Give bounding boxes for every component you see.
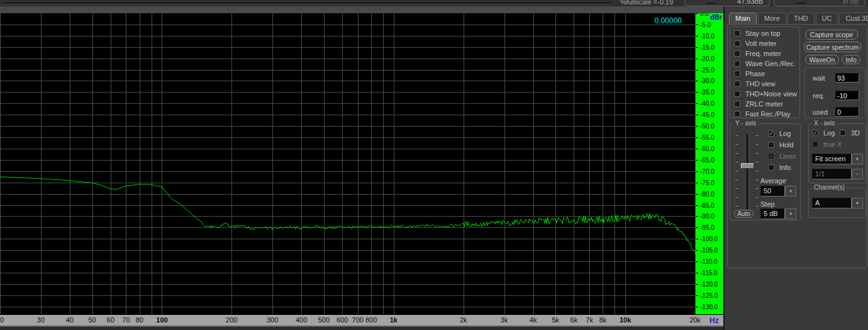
checkbox-row-info[interactable]: Info [764, 162, 796, 173]
checkbox-thd-noise-view[interactable] [734, 91, 740, 97]
checkbox-lines[interactable]: ✓ [768, 153, 774, 159]
chevron-down-icon[interactable]: ▼ [852, 154, 863, 164]
cursor-readout: 0.00000 [655, 16, 682, 25]
wait-field[interactable] [835, 73, 859, 82]
checkbox-row-stay-on-top[interactable]: Stay on top [730, 28, 799, 38]
checkbox-fast-rec-play[interactable] [734, 111, 740, 117]
db-tick-label: -125.0 [700, 292, 718, 299]
fullscale-readout: %fullscale =-0.19 [620, 0, 673, 6]
level-readout-box: 47.93dB [684, 0, 770, 6]
freq-tick-label-1k: 1k [362, 316, 425, 324]
checkbox-thd-view[interactable] [734, 81, 740, 87]
tab-uc[interactable]: UC [816, 13, 838, 24]
capture-spectrum-button[interactable]: Capture spectrum [804, 42, 861, 52]
db-tick-label: -80.0 [700, 191, 715, 198]
db-tick [696, 183, 698, 183]
fit-screen-dropdown[interactable]: Fit screen ▼ [812, 154, 863, 164]
panel-tabs: MainMoreTHDUCCust.3D [729, 13, 868, 25]
used-label: used [813, 108, 828, 116]
used-field[interactable] [835, 107, 859, 117]
channel-value[interactable]: A [812, 198, 852, 208]
db-tick-label: -100.0 [700, 236, 718, 242]
checkbox-row-thd-view[interactable]: THD view [730, 79, 799, 89]
ratio-value[interactable]: 1/1 [812, 169, 852, 179]
checkbox-row-lines[interactable]: ✓Lines [764, 151, 796, 162]
checkbox-label-thd-view: THD view [745, 80, 776, 88]
checkbox-row-freq-meter[interactable]: Freq. meter [730, 48, 799, 59]
db-tick [696, 239, 698, 239]
checkbox-row-hold[interactable]: Hold [764, 139, 796, 151]
meters-checkbox-group: Stay on topVolt meterFreq. meterWave Gen… [730, 26, 800, 118]
wait-label: wait [813, 74, 825, 82]
y-scale-slider-handle[interactable] [741, 163, 754, 169]
step-dropdown[interactable]: 5 dB ▼ [760, 208, 796, 219]
checkbox-wave-gen-rec[interactable] [734, 60, 740, 67]
capture-scope-button[interactable]: Capture scope [805, 30, 858, 40]
checkbox-row-3d[interactable]: 3D [837, 128, 860, 138]
db-tick-label: -70.0 [700, 168, 715, 175]
db-tick [696, 81, 698, 81]
average-value[interactable]: 50 [760, 186, 785, 196]
slider-tick [755, 162, 759, 162]
db-tick [696, 194, 698, 195]
wave-on-button[interactable]: WaveOn [805, 55, 839, 64]
tab-more[interactable]: More [758, 13, 786, 24]
checkbox-row-fast-rec-play[interactable]: Fast Rec./Play [730, 109, 799, 119]
tab-cust-3d[interactable]: Cust.3D [839, 13, 868, 24]
chevron-down-icon[interactable]: ▼ [852, 169, 863, 179]
checkbox-log[interactable]: ✓ [768, 130, 774, 137]
slider-tick [755, 197, 759, 198]
y-unit-label: dBr [710, 13, 722, 21]
db-tick-label: -5.0 [700, 21, 711, 28]
channel-dropdown[interactable]: A ▼ [812, 198, 863, 208]
checkbox-freq-meter[interactable] [734, 50, 740, 57]
slider-tick [735, 188, 738, 189]
checkbox-row-volt-meter[interactable]: Volt meter [730, 38, 799, 48]
slider-tick [755, 153, 759, 154]
db-tick [696, 92, 698, 93]
checkbox-row-zrlc-meter[interactable]: ZRLC meter [730, 99, 799, 109]
db-tick-label: -15.0 [700, 44, 715, 51]
checkbox-row-wave-gen-rec[interactable]: Wave Gen./Rec [730, 59, 799, 69]
step-value[interactable]: 5 dB [760, 208, 785, 219]
spectrum-plot-area[interactable]: 0.00000 [0, 13, 696, 314]
req-field[interactable] [835, 91, 859, 100]
checkbox-info[interactable] [768, 164, 774, 171]
checkbox-x-log[interactable]: ✓ [812, 130, 818, 136]
level-slider-groove[interactable] [3, 3, 611, 4]
tab-thd[interactable]: THD [787, 13, 815, 24]
checkbox-hold[interactable] [768, 142, 774, 148]
timing-fields-group: wait req. used [804, 67, 865, 118]
db-tick-label: -65.0 [700, 157, 715, 164]
auto-button[interactable]: Auto [734, 210, 754, 218]
spectrum-trace-channel-a [0, 177, 696, 254]
checkbox-row-thd-noise-view[interactable]: THD+Noise view [730, 89, 799, 99]
db-tick [696, 160, 698, 161]
checkbox-volt-meter[interactable] [734, 40, 740, 47]
average-dropdown[interactable]: 50 ▼ [760, 186, 796, 196]
checkbox-true-x[interactable] [812, 141, 818, 147]
top-toolbar: %fullscale =-0.19 47.93dB in dB [0, 0, 868, 6]
ratio-dropdown[interactable]: 1/1 ▼ [812, 169, 863, 179]
checkbox-3d[interactable] [840, 130, 846, 136]
level-slider-icon[interactable] [706, 3, 716, 4]
info-button[interactable]: Info [842, 55, 860, 64]
y-axis-group: Y - axis ✓LogHold✓LinesInfo Average 50 ▼… [730, 123, 801, 220]
tab-main[interactable]: Main [729, 13, 757, 25]
db-tick-label: -85.0 [700, 202, 715, 209]
slider-tick [755, 179, 759, 180]
checkbox-row-phase[interactable]: Phase [730, 69, 799, 79]
checkbox-stay-on-top[interactable] [734, 30, 740, 37]
checkbox-row-log[interactable]: ✓Log [764, 128, 796, 139]
checkbox-label-info: Info [779, 164, 791, 171]
checkbox-row-x-log[interactable]: ✓ Log [809, 128, 835, 138]
chevron-down-icon[interactable]: ▼ [785, 208, 796, 219]
spectrum-plot-svg[interactable] [0, 13, 696, 314]
fit-screen-value[interactable]: Fit screen [812, 154, 852, 164]
step-label: Step [760, 200, 775, 208]
checkbox-zrlc-meter[interactable] [734, 101, 740, 107]
chevron-down-icon[interactable]: ▼ [852, 198, 863, 208]
chevron-down-icon[interactable]: ▼ [785, 186, 796, 196]
checkbox-phase[interactable] [734, 71, 740, 77]
checkbox-row-true-x[interactable]: true X [809, 139, 842, 149]
